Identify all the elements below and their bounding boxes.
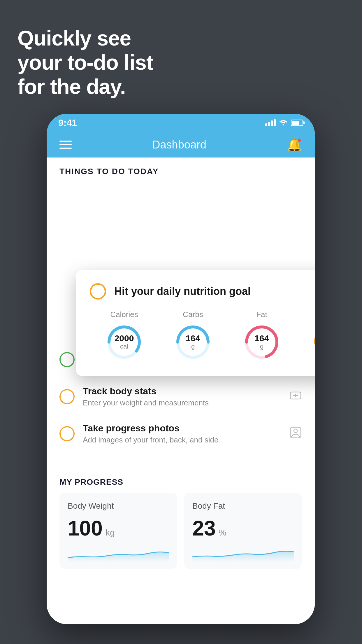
todo-subtitle-progress-photos: Add images of your front, back, and side xyxy=(83,435,281,444)
body-weight-value: 100 xyxy=(68,518,103,539)
star-icon: ★ xyxy=(314,310,315,320)
battery-icon xyxy=(291,120,303,126)
nutrition-carbs: Carbs 164 g xyxy=(174,310,212,361)
progress-section: MY PROGRESS Body Weight 100 kg xyxy=(47,467,315,569)
fat-unit: g xyxy=(260,343,263,350)
nav-title: Dashboard xyxy=(152,139,206,151)
nutrition-calories: Calories 2000 cal xyxy=(105,310,143,361)
body-fat-value-row: 23 % xyxy=(192,518,294,539)
things-to-do-header: THINGS TO DO TODAY xyxy=(47,158,315,181)
todo-subtitle-body-stats: Enter your weight and measurements xyxy=(83,398,281,407)
calories-value: 2000 xyxy=(115,334,134,343)
nutrition-fat: Fat 164 g xyxy=(243,310,281,361)
body-weight-title: Body Weight xyxy=(68,501,169,511)
carbs-circle: 164 g xyxy=(174,323,212,361)
status-icons xyxy=(265,118,303,127)
status-bar: 9:41 xyxy=(47,114,315,132)
svg-point-5 xyxy=(294,429,297,433)
protein-circle: 164 g xyxy=(312,324,315,362)
body-weight-value-row: 100 kg xyxy=(68,518,169,539)
body-fat-title: Body Fat xyxy=(192,501,294,511)
hamburger-menu[interactable] xyxy=(59,141,72,149)
todo-circle-running xyxy=(59,352,75,367)
calories-label: Calories xyxy=(110,310,138,319)
floating-nutrition-card: Hit your daily nutrition goal Calories 2… xyxy=(76,270,315,376)
bell-icon[interactable]: 🔔 xyxy=(287,138,302,152)
card-title-row: Hit your daily nutrition goal xyxy=(90,283,315,300)
signal-icon xyxy=(265,119,276,126)
carbs-label: Carbs xyxy=(183,310,203,319)
fat-label: Fat xyxy=(256,310,267,319)
body-fat-value: 23 xyxy=(192,518,216,539)
nav-bar: Dashboard 🔔 xyxy=(47,132,315,158)
body-weight-card: Body Weight 100 kg xyxy=(59,493,177,569)
carbs-value: 164 xyxy=(186,334,200,343)
phone-inner: 9:41 xyxy=(47,114,315,624)
bell-notification-dot xyxy=(297,138,301,142)
body-fat-sparkline xyxy=(192,545,294,562)
progress-cards: Body Weight 100 kg xyxy=(59,493,302,569)
svg-point-0 xyxy=(283,124,284,125)
calories-unit: cal xyxy=(120,343,128,350)
todo-item-body-stats[interactable]: Track body stats Enter your weight and m… xyxy=(47,378,315,415)
todo-item-progress-photos[interactable]: Take progress photos Add images of your … xyxy=(47,415,315,452)
nutrition-circles: Calories 2000 cal Carbs xyxy=(90,310,315,362)
progress-header: MY PROGRESS xyxy=(59,467,302,493)
todo-title-body-stats: Track body stats xyxy=(83,386,281,397)
todo-circle-progress-photos xyxy=(59,426,75,441)
headline: Quickly see your to-do list for the day. xyxy=(17,26,153,99)
body-fat-card: Body Fat 23 % xyxy=(184,493,302,569)
body-weight-sparkline xyxy=(68,545,169,562)
fat-value: 164 xyxy=(254,334,269,343)
body-fat-unit: % xyxy=(219,528,226,538)
todo-content-body-stats: Track body stats Enter your weight and m… xyxy=(83,386,281,407)
todo-circle-body-stats xyxy=(59,389,75,404)
wifi-icon xyxy=(279,118,288,127)
status-time: 9:41 xyxy=(58,118,77,128)
todo-content-progress-photos: Take progress photos Add images of your … xyxy=(83,423,281,444)
phone-mockup: 9:41 xyxy=(47,114,315,624)
body-weight-unit: kg xyxy=(106,528,115,538)
todo-title-progress-photos: Take progress photos xyxy=(83,423,281,434)
scale-icon xyxy=(289,389,302,405)
carbs-unit: g xyxy=(191,343,195,350)
person-icon xyxy=(289,426,302,442)
card-title: Hit your daily nutrition goal xyxy=(114,285,251,298)
calories-circle: 2000 cal xyxy=(105,323,143,361)
fat-circle: 164 g xyxy=(243,323,281,361)
card-check-circle xyxy=(90,283,106,300)
nutrition-protein: ★ Protein 164 g xyxy=(312,310,315,362)
